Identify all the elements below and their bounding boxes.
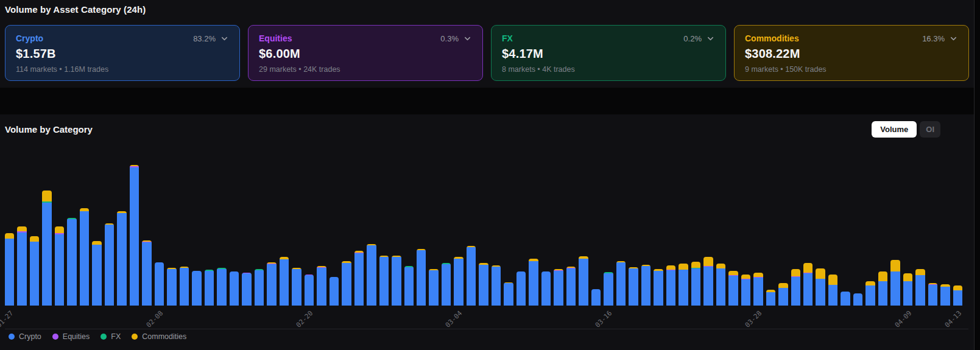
- bar-segment-commodities: [878, 271, 887, 281]
- chart-bar[interactable]: [167, 268, 176, 306]
- chart-bar[interactable]: [67, 218, 76, 306]
- chart-bar[interactable]: [604, 272, 613, 306]
- chart-bar[interactable]: [142, 240, 151, 306]
- chart-bar[interactable]: [953, 285, 962, 306]
- asset-card-crypto[interactable]: Crypto 83.2% $1.57B 114 markets • 1.16M …: [5, 25, 240, 81]
- legend-item-crypto[interactable]: Crypto: [9, 332, 41, 341]
- chart-bar[interactable]: [691, 262, 700, 306]
- chart-bar[interactable]: [117, 211, 126, 306]
- chart-bar[interactable]: [342, 261, 351, 306]
- chart-bar[interactable]: [666, 265, 675, 306]
- chart-bar[interactable]: [280, 257, 289, 306]
- chart-bar[interactable]: [354, 251, 364, 306]
- chart-bar[interactable]: [703, 257, 713, 306]
- chart-bar[interactable]: [404, 266, 414, 306]
- chart-bar[interactable]: [479, 263, 488, 306]
- chart-bar[interactable]: [828, 275, 837, 306]
- toggle-volume-button[interactable]: Volume: [872, 121, 917, 138]
- chart-bar[interactable]: [255, 269, 264, 306]
- chevron-down-icon[interactable]: [463, 34, 472, 43]
- chart-bar[interactable]: [865, 281, 875, 306]
- chart-bar[interactable]: [629, 267, 638, 306]
- chart-bar[interactable]: [155, 262, 164, 306]
- chart-bar[interactable]: [716, 264, 725, 306]
- chart-bar[interactable]: [566, 267, 576, 306]
- chart-bar[interactable]: [641, 265, 650, 306]
- legend-item-equities[interactable]: Equities: [52, 332, 90, 341]
- chart-bar[interactable]: [105, 223, 114, 306]
- x-axis-tick: 02-20: [295, 309, 315, 329]
- chart-bar[interactable]: [579, 256, 588, 306]
- chart-bar[interactable]: [217, 268, 226, 306]
- chart-bar[interactable]: [791, 269, 800, 306]
- chart-bar[interactable]: [292, 268, 301, 306]
- chart-bar[interactable]: [766, 290, 775, 306]
- chart-bar[interactable]: [778, 283, 788, 306]
- asset-card-fx[interactable]: FX 0.2% $4.17M 8 markets • 4K trades: [491, 25, 726, 81]
- chart-bar[interactable]: [42, 191, 51, 306]
- chart-bar[interactable]: [392, 256, 401, 306]
- bar-segment-commodities: [703, 257, 713, 266]
- chart-bar[interactable]: [591, 289, 601, 306]
- bar-segment-crypto: [766, 292, 775, 306]
- chart-bar[interactable]: [529, 259, 538, 306]
- chart-bar[interactable]: [679, 264, 688, 306]
- chart-bar[interactable]: [379, 256, 389, 306]
- chevron-down-icon[interactable]: [706, 34, 715, 43]
- chart-bar[interactable]: [516, 271, 526, 306]
- chart-bar[interactable]: [442, 263, 451, 306]
- chart-bar[interactable]: [180, 267, 189, 306]
- chart-bar[interactable]: [841, 292, 850, 306]
- chart-bar[interactable]: [429, 269, 438, 306]
- chart-bar[interactable]: [915, 269, 925, 306]
- chart-bar[interactable]: [940, 284, 950, 306]
- chart-bar[interactable]: [803, 263, 813, 306]
- chart-bar[interactable]: [92, 241, 101, 306]
- chart-bar[interactable]: [17, 226, 26, 306]
- legend-item-fx[interactable]: FX: [100, 332, 121, 341]
- chart-bar[interactable]: [504, 282, 513, 306]
- bar-segment-crypto: [641, 266, 650, 306]
- chart-bar[interactable]: [616, 261, 626, 306]
- chart-bar[interactable]: [130, 165, 139, 306]
- chart-bar[interactable]: [554, 269, 563, 306]
- chart-bar[interactable]: [192, 271, 201, 306]
- chart-bar[interactable]: [816, 268, 825, 306]
- bar-segment-crypto: [890, 271, 900, 306]
- chart-bar[interactable]: [5, 233, 14, 306]
- chart-bar[interactable]: [55, 226, 64, 306]
- asset-card-commodities[interactable]: Commodities 16.3% $308.22M 9 markets • 1…: [734, 25, 969, 81]
- chart-bar[interactable]: [230, 271, 239, 306]
- chart-bar[interactable]: [890, 260, 900, 306]
- chart-bar[interactable]: [541, 271, 551, 306]
- chart-bar[interactable]: [454, 257, 463, 306]
- chart-bar[interactable]: [30, 236, 39, 306]
- chart-bar[interactable]: [878, 271, 887, 306]
- toggle-oi-button[interactable]: OI: [920, 121, 940, 138]
- legend-item-commodities[interactable]: Commodities: [132, 332, 186, 341]
- bar-segment-crypto: [342, 263, 351, 306]
- chart-bar[interactable]: [853, 293, 862, 306]
- chart-bar[interactable]: [492, 265, 501, 306]
- chart-bar[interactable]: [753, 273, 763, 306]
- chart-bar[interactable]: [728, 271, 738, 306]
- bar-segment-commodities: [791, 269, 800, 276]
- chevron-down-icon[interactable]: [949, 34, 958, 43]
- chart-bar[interactable]: [242, 273, 251, 306]
- bar-segment-commodities: [778, 283, 788, 288]
- chart-bar[interactable]: [903, 273, 912, 306]
- asset-card-equities[interactable]: Equities 0.3% $6.00M 29 markets • 24K tr…: [248, 25, 483, 81]
- chart-bar[interactable]: [267, 262, 276, 306]
- chart-bar[interactable]: [205, 270, 214, 306]
- chart-bar[interactable]: [305, 275, 314, 306]
- chevron-down-icon[interactable]: [220, 34, 229, 43]
- chart-bar[interactable]: [467, 246, 476, 306]
- chart-bar[interactable]: [741, 275, 750, 306]
- chart-bar[interactable]: [367, 244, 376, 306]
- chart-bar[interactable]: [80, 208, 89, 306]
- chart-bar[interactable]: [330, 277, 339, 306]
- chart-bar[interactable]: [928, 283, 937, 306]
- chart-bar[interactable]: [654, 269, 663, 306]
- chart-bar[interactable]: [417, 249, 426, 306]
- chart-bar[interactable]: [317, 266, 326, 306]
